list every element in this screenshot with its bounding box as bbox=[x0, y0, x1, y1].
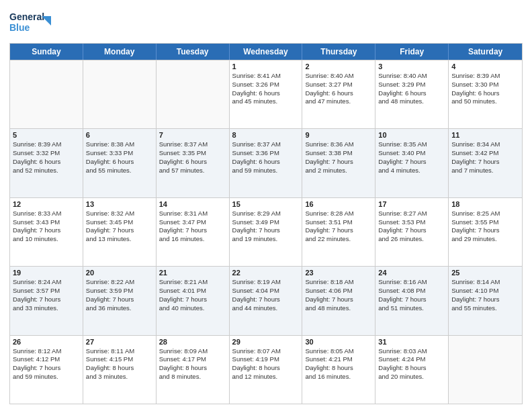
day-cell-26: 26Sunrise: 8:12 AM Sunset: 4:12 PM Dayli… bbox=[10, 336, 83, 404]
day-content: Sunrise: 8:37 AM Sunset: 3:35 PM Dayligh… bbox=[159, 140, 208, 173]
day-cell-14: 14Sunrise: 8:31 AM Sunset: 3:47 PM Dayli… bbox=[157, 198, 230, 266]
calendar-row-1: 1Sunrise: 8:41 AM Sunset: 3:26 PM Daylig… bbox=[10, 60, 522, 128]
day-cell-22: 22Sunrise: 8:19 AM Sunset: 4:04 PM Dayli… bbox=[230, 267, 303, 334]
day-content: Sunrise: 8:31 AM Sunset: 3:47 PM Dayligh… bbox=[159, 210, 208, 242]
header-day-thursday: Thursday bbox=[302, 44, 375, 60]
logo-block: General Blue bbox=[9, 7, 56, 39]
day-number: 8 bbox=[232, 131, 300, 139]
day-number: 5 bbox=[13, 131, 80, 139]
day-number: 7 bbox=[159, 131, 226, 139]
day-number: 20 bbox=[86, 269, 153, 277]
day-content: Sunrise: 8:21 AM Sunset: 4:01 PM Dayligh… bbox=[159, 278, 208, 311]
day-cell-31: 31Sunrise: 8:03 AM Sunset: 4:24 PM Dayli… bbox=[375, 336, 449, 404]
day-number: 1 bbox=[232, 62, 300, 71]
day-cell-28: 28Sunrise: 8:09 AM Sunset: 4:17 PM Dayli… bbox=[157, 336, 230, 404]
calendar-row-5: 26Sunrise: 8:12 AM Sunset: 4:12 PM Dayli… bbox=[10, 335, 522, 404]
day-cell-20: 20Sunrise: 8:22 AM Sunset: 3:59 PM Dayli… bbox=[83, 267, 157, 334]
day-cell-25: 25Sunrise: 8:14 AM Sunset: 4:10 PM Dayli… bbox=[449, 267, 522, 334]
day-content: Sunrise: 8:14 AM Sunset: 4:10 PM Dayligh… bbox=[451, 278, 500, 311]
day-cell-29: 29Sunrise: 8:07 AM Sunset: 4:19 PM Dayli… bbox=[230, 336, 303, 404]
day-number: 29 bbox=[232, 338, 300, 346]
day-number: 11 bbox=[451, 131, 519, 139]
day-number: 22 bbox=[232, 269, 300, 277]
day-number: 9 bbox=[305, 131, 372, 139]
day-cell-11: 11Sunrise: 8:34 AM Sunset: 3:42 PM Dayli… bbox=[449, 129, 522, 197]
day-number: 13 bbox=[86, 200, 153, 208]
day-content: Sunrise: 8:35 AM Sunset: 3:40 PM Dayligh… bbox=[378, 140, 427, 173]
day-cell-27: 27Sunrise: 8:11 AM Sunset: 4:15 PM Dayli… bbox=[83, 336, 157, 404]
day-number: 25 bbox=[451, 269, 519, 277]
header: General Blue bbox=[9, 7, 523, 39]
day-content: Sunrise: 8:24 AM Sunset: 3:57 PM Dayligh… bbox=[13, 278, 61, 311]
day-number: 10 bbox=[378, 131, 445, 139]
day-number: 23 bbox=[305, 269, 372, 277]
day-number: 18 bbox=[451, 200, 519, 208]
day-content: Sunrise: 8:07 AM Sunset: 4:19 PM Dayligh… bbox=[232, 347, 281, 380]
svg-text:Blue: Blue bbox=[9, 22, 30, 33]
day-number: 2 bbox=[305, 62, 372, 71]
day-content: Sunrise: 8:05 AM Sunset: 4:21 PM Dayligh… bbox=[305, 347, 353, 380]
day-content: Sunrise: 8:03 AM Sunset: 4:24 PM Dayligh… bbox=[378, 347, 427, 380]
day-content: Sunrise: 8:09 AM Sunset: 4:17 PM Dayligh… bbox=[159, 347, 208, 380]
day-cell-15: 15Sunrise: 8:29 AM Sunset: 3:49 PM Dayli… bbox=[230, 198, 303, 266]
day-number: 17 bbox=[378, 200, 445, 208]
calendar: SundayMondayTuesdayWednesdayThursdayFrid… bbox=[9, 43, 523, 404]
header-day-sunday: Sunday bbox=[10, 44, 83, 60]
header-day-saturday: Saturday bbox=[449, 44, 522, 60]
day-content: Sunrise: 8:28 AM Sunset: 3:51 PM Dayligh… bbox=[305, 210, 353, 242]
day-cell-23: 23Sunrise: 8:18 AM Sunset: 4:06 PM Dayli… bbox=[302, 267, 375, 334]
day-number: 31 bbox=[378, 338, 445, 346]
page: General Blue SundayMondayTuesdayWednesda… bbox=[0, 0, 532, 411]
day-cell-4: 4Sunrise: 8:39 AM Sunset: 3:30 PM Daylig… bbox=[449, 60, 522, 128]
calendar-row-3: 12Sunrise: 8:33 AM Sunset: 3:43 PM Dayli… bbox=[10, 197, 522, 266]
day-content: Sunrise: 8:32 AM Sunset: 3:45 PM Dayligh… bbox=[86, 210, 134, 242]
day-cell-8: 8Sunrise: 8:37 AM Sunset: 3:36 PM Daylig… bbox=[230, 129, 303, 197]
day-content: Sunrise: 8:39 AM Sunset: 3:30 PM Dayligh… bbox=[451, 72, 500, 105]
day-cell-19: 19Sunrise: 8:24 AM Sunset: 3:57 PM Dayli… bbox=[10, 267, 83, 334]
day-cell-12: 12Sunrise: 8:33 AM Sunset: 3:43 PM Dayli… bbox=[10, 198, 83, 266]
day-content: Sunrise: 8:11 AM Sunset: 4:15 PM Dayligh… bbox=[86, 347, 134, 380]
day-number: 30 bbox=[305, 338, 372, 346]
calendar-row-4: 19Sunrise: 8:24 AM Sunset: 3:57 PM Dayli… bbox=[10, 266, 522, 334]
day-cell-17: 17Sunrise: 8:27 AM Sunset: 3:53 PM Dayli… bbox=[375, 198, 449, 266]
day-content: Sunrise: 8:19 AM Sunset: 4:04 PM Dayligh… bbox=[232, 278, 281, 311]
day-content: Sunrise: 8:12 AM Sunset: 4:12 PM Dayligh… bbox=[13, 347, 61, 380]
day-content: Sunrise: 8:41 AM Sunset: 3:26 PM Dayligh… bbox=[232, 72, 281, 105]
calendar-row-2: 5Sunrise: 8:39 AM Sunset: 3:32 PM Daylig… bbox=[10, 128, 522, 197]
day-cell-3: 3Sunrise: 8:40 AM Sunset: 3:29 PM Daylig… bbox=[375, 60, 449, 128]
day-number: 26 bbox=[13, 338, 80, 346]
day-number: 4 bbox=[451, 62, 519, 71]
logo-svg: General Blue bbox=[9, 7, 56, 36]
empty-cell bbox=[83, 60, 157, 128]
day-cell-30: 30Sunrise: 8:05 AM Sunset: 4:21 PM Dayli… bbox=[302, 336, 375, 404]
day-number: 14 bbox=[159, 200, 226, 208]
day-content: Sunrise: 8:36 AM Sunset: 3:38 PM Dayligh… bbox=[305, 140, 353, 173]
day-number: 21 bbox=[159, 269, 226, 277]
day-content: Sunrise: 8:18 AM Sunset: 4:06 PM Dayligh… bbox=[305, 278, 353, 311]
day-content: Sunrise: 8:29 AM Sunset: 3:49 PM Dayligh… bbox=[232, 210, 281, 242]
empty-cell bbox=[449, 336, 522, 404]
day-number: 15 bbox=[232, 200, 300, 208]
day-content: Sunrise: 8:40 AM Sunset: 3:29 PM Dayligh… bbox=[378, 72, 427, 105]
day-cell-16: 16Sunrise: 8:28 AM Sunset: 3:51 PM Dayli… bbox=[302, 198, 375, 266]
day-content: Sunrise: 8:16 AM Sunset: 4:08 PM Dayligh… bbox=[378, 278, 427, 311]
logo: General Blue bbox=[9, 7, 56, 39]
day-cell-24: 24Sunrise: 8:16 AM Sunset: 4:08 PM Dayli… bbox=[375, 267, 449, 334]
calendar-body: 1Sunrise: 8:41 AM Sunset: 3:26 PM Daylig… bbox=[10, 60, 522, 404]
header-day-friday: Friday bbox=[375, 44, 449, 60]
day-cell-10: 10Sunrise: 8:35 AM Sunset: 3:40 PM Dayli… bbox=[375, 129, 449, 197]
day-content: Sunrise: 8:33 AM Sunset: 3:43 PM Dayligh… bbox=[13, 210, 61, 242]
day-cell-1: 1Sunrise: 8:41 AM Sunset: 3:26 PM Daylig… bbox=[230, 60, 303, 128]
day-cell-21: 21Sunrise: 8:21 AM Sunset: 4:01 PM Dayli… bbox=[157, 267, 230, 334]
day-number: 28 bbox=[159, 338, 226, 346]
day-content: Sunrise: 8:34 AM Sunset: 3:42 PM Dayligh… bbox=[451, 140, 500, 173]
day-cell-2: 2Sunrise: 8:40 AM Sunset: 3:27 PM Daylig… bbox=[302, 60, 375, 128]
header-day-monday: Monday bbox=[83, 44, 157, 60]
day-number: 24 bbox=[378, 269, 445, 277]
header-day-wednesday: Wednesday bbox=[230, 44, 303, 60]
day-number: 16 bbox=[305, 200, 372, 208]
day-content: Sunrise: 8:40 AM Sunset: 3:27 PM Dayligh… bbox=[305, 72, 353, 105]
day-cell-5: 5Sunrise: 8:39 AM Sunset: 3:32 PM Daylig… bbox=[10, 129, 83, 197]
day-content: Sunrise: 8:27 AM Sunset: 3:53 PM Dayligh… bbox=[378, 210, 427, 242]
day-content: Sunrise: 8:37 AM Sunset: 3:36 PM Dayligh… bbox=[232, 140, 281, 173]
